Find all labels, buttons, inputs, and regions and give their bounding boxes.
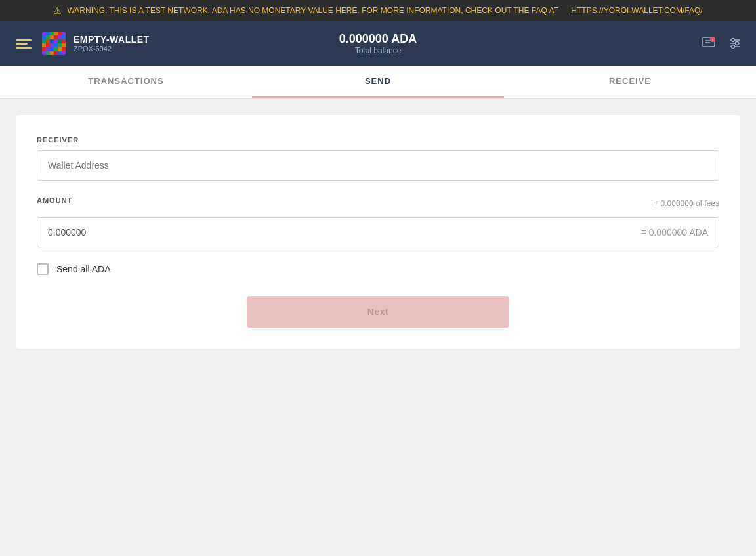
svg-rect-1	[46, 32, 50, 35]
warning-link[interactable]: HTTPS://YOROI-WALLET.COM/FAQ/	[571, 6, 702, 15]
warning-icon: ⚠	[53, 5, 62, 16]
send-all-label[interactable]: Send all ADA	[56, 264, 111, 274]
svg-rect-32	[50, 51, 54, 55]
svg-rect-17	[62, 39, 66, 43]
svg-rect-11	[62, 35, 66, 39]
svg-rect-24	[42, 47, 46, 51]
svg-rect-30	[42, 51, 46, 55]
main-content: RECEIVER AMOUNT + 0.000000 of fees = 0.0…	[0, 99, 756, 556]
svg-rect-18	[42, 43, 46, 47]
tab-send[interactable]: SEND	[252, 66, 504, 98]
svg-rect-5	[62, 32, 66, 35]
svg-point-45	[736, 42, 739, 45]
amount-input[interactable]	[37, 218, 631, 247]
svg-rect-6	[42, 35, 46, 39]
nav-tabs: TRANSACTIONS SEND RECEIVE	[0, 66, 756, 99]
svg-rect-26	[50, 47, 54, 51]
svg-rect-12	[42, 39, 46, 43]
svg-point-44	[732, 39, 735, 42]
settings-icon-btn[interactable]	[727, 35, 743, 51]
receiver-input[interactable]	[37, 150, 719, 181]
svg-rect-8	[50, 35, 54, 39]
fees-text: + 0.000000 of fees	[654, 199, 719, 208]
svg-rect-14	[50, 39, 54, 43]
svg-rect-10	[58, 35, 62, 39]
logo-line-1	[16, 39, 32, 41]
amount-header: AMOUNT + 0.000000 of fees	[37, 196, 719, 211]
svg-rect-29	[62, 47, 66, 51]
svg-rect-2	[50, 32, 54, 35]
header-center: 0.000000 ADA Total balance	[257, 32, 500, 55]
wallet-avatar	[42, 32, 66, 55]
svg-rect-35	[62, 51, 66, 55]
svg-rect-9	[54, 35, 58, 39]
svg-rect-4	[58, 32, 62, 35]
svg-rect-34	[58, 51, 62, 55]
svg-rect-31	[46, 51, 50, 55]
svg-rect-22	[58, 43, 62, 47]
header: EMPTY-WALLET ZPOX-6942 0.000000 ADA Tota…	[0, 21, 756, 66]
wallet-name: EMPTY-WALLET	[74, 34, 150, 45]
balance-amount: 0.000000 ADA	[257, 32, 500, 46]
send-all-row: Send all ADA	[37, 263, 719, 275]
amount-total: = 0.000000 ADA	[631, 218, 719, 247]
svg-rect-27	[54, 47, 58, 51]
svg-rect-23	[62, 43, 66, 47]
logo-line-3	[16, 47, 32, 49]
svg-point-46	[732, 45, 735, 49]
header-right: !	[499, 35, 743, 51]
svg-rect-28	[58, 47, 62, 51]
svg-rect-16	[58, 39, 62, 43]
svg-rect-0	[42, 32, 46, 35]
svg-rect-20	[50, 43, 54, 47]
svg-rect-21	[54, 43, 58, 47]
svg-rect-3	[54, 32, 58, 35]
svg-rect-15	[54, 39, 58, 43]
svg-rect-33	[54, 51, 58, 55]
svg-rect-13	[46, 39, 50, 43]
amount-section: AMOUNT + 0.000000 of fees = 0.000000 ADA	[37, 196, 719, 247]
send-all-checkbox[interactable]	[37, 263, 49, 275]
amount-input-wrapper: = 0.000000 ADA	[37, 217, 719, 247]
notifications-icon-btn[interactable]: !	[701, 35, 717, 51]
receiver-label: RECEIVER	[37, 136, 719, 144]
logo-icon[interactable]	[13, 33, 34, 54]
send-form: RECEIVER AMOUNT + 0.000000 of fees = 0.0…	[16, 115, 740, 349]
wallet-info: EMPTY-WALLET ZPOX-6942	[74, 34, 150, 53]
warning-banner: ⚠ WARNING: THIS IS A TEST NETWORK. ADA H…	[0, 0, 756, 21]
next-button[interactable]: Next	[247, 296, 509, 328]
svg-rect-7	[46, 35, 50, 39]
tab-receive[interactable]: RECEIVE	[504, 66, 756, 98]
next-btn-wrapper: Next	[37, 296, 719, 328]
receiver-section: RECEIVER	[37, 136, 719, 181]
balance-label: Total balance	[257, 46, 500, 55]
amount-label: AMOUNT	[37, 196, 72, 204]
svg-rect-25	[46, 47, 50, 51]
warning-text: WARNING: THIS IS A TEST NETWORK. ADA HAS…	[67, 6, 558, 15]
svg-rect-19	[46, 43, 50, 47]
tab-transactions[interactable]: TRANSACTIONS	[0, 66, 252, 98]
logo-line-2	[16, 43, 28, 45]
wallet-id: ZPOX-6942	[74, 45, 150, 53]
logo-lines	[16, 39, 32, 49]
header-left: EMPTY-WALLET ZPOX-6942	[13, 32, 257, 55]
